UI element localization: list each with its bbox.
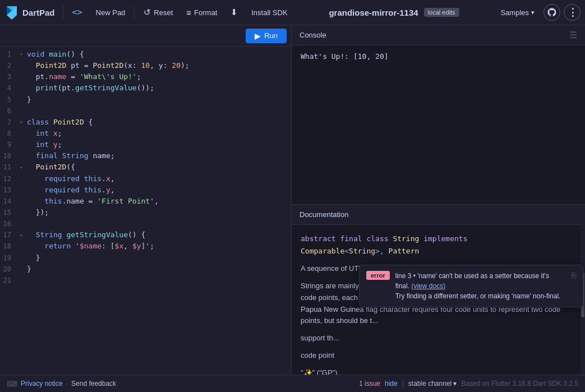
toolbar-center: grandiose-mirror-1134 local edits [296,8,493,17]
copy-icon[interactable]: ⎘ [572,271,576,280]
download-button[interactable]: ⬇ [225,3,243,21]
download-icon: ⬇ [231,7,238,17]
code-line-5: 5 } [0,94,291,105]
editor-toolbar: ▶ Run [0,25,291,47]
doc-paragraph-5: "✨" ("GP") [301,367,576,375]
privacy-notice-link[interactable]: Privacy notice [21,380,63,388]
console-panel: Console ☰ What's Up!: [10, 20] [292,25,585,205]
code-line-3: 3 pt.name = 'What\'s Up!'; [0,71,291,82]
reset-icon: ↺ [144,7,151,17]
chevron-down-icon: ▾ [531,9,535,16]
editor-panel: ▶ Run 1 ▾ void main() { 2 Point2D pt = P… [0,25,292,375]
github-icon [547,7,557,17]
issue-count: 1 issue [359,380,380,388]
project-name: grandiose-mirror-1134 [329,8,418,17]
install-sdk-label: Install SDK [251,8,287,17]
doc-title: Documentation [300,210,348,219]
code-icon: <> [72,7,82,17]
doc-paragraph-3: support th... [301,333,576,344]
console-text: What's Up!: [10, 20] [301,52,389,61]
toolbar: DartPad <> New Pad ↺ Reset ≡ Format ⬇ In… [0,0,585,25]
hide-link[interactable]: hide [385,380,398,388]
console-menu-icon[interactable]: ☰ [569,30,577,40]
code-line-8: 8 int x; [0,128,291,139]
run-label: Run [264,31,278,40]
more-options-button[interactable]: ⋮ [564,4,581,21]
error-badge: error [366,271,390,280]
console-header: Console ☰ [292,25,585,45]
code-line-7: 7 ▾ class Point2D { [0,117,291,128]
code-line-13: 13 required this.y, [0,185,291,196]
divider-1 [63,6,63,19]
code-line-16: 16 [0,218,291,229]
bottom-right: 1 issue hide | stable channel ▾ Based on… [359,380,578,388]
code-line-6: 6 [0,105,291,117]
code-line-11: 11 ▾ Point2D({ [0,162,291,173]
code-line-18: 18 return '$name: [$x, $y]'; [0,241,291,252]
channel-label: stable channel [408,380,452,388]
bottom-separator-2: | [402,380,404,388]
dartpad-logo-icon [4,5,19,20]
samples-button[interactable]: Samples ▾ [495,3,540,21]
new-pad-label: New Pad [96,8,126,17]
reset-label: Reset [154,8,173,17]
new-pad-button[interactable]: New Pad [90,3,131,21]
format-icon: ≡ [186,8,191,17]
bottom-bar: ⌨ Privacy notice · Send feedback 1 issue… [0,375,585,392]
channel-chevron-icon: ▾ [453,380,457,388]
error-suggestion: Try finding a different setter, or makin… [395,292,561,300]
run-button[interactable]: ▶ Run [246,29,287,43]
code-line-15: 15 }); [0,207,291,218]
code-line-9: 9 int y; [0,139,291,150]
bottom-separator: · [66,380,68,388]
local-edits-badge: local edits [424,8,459,17]
right-panel: Console ☰ What's Up!: [10, 20] Documenta… [292,25,585,375]
error-tooltip: error line 3 • 'name' can't be used as a… [359,265,583,307]
code-line-2: 2 Point2D pt = Point2D(x: 10, y: 20); [0,60,291,71]
error-message: line 3 • 'name' can't be used as a sette… [395,271,563,301]
view-docs-link[interactable]: (view docs) [411,282,445,290]
github-button[interactable] [543,4,560,21]
code-line-19: 19 } [0,252,291,264]
code-line-10: 10 final String name; [0,150,291,162]
send-feedback-link[interactable]: Send feedback [71,380,116,388]
install-sdk-button[interactable]: Install SDK [246,3,293,21]
code-line-4: 4 print(pt.getStringValue()); [0,82,291,94]
code-icon-button[interactable]: <> [67,3,88,21]
code-line-12: 12 required this.x, [0,173,291,185]
stable-channel-button[interactable]: stable channel ▾ [408,380,457,388]
play-icon: ▶ [255,31,261,40]
logo-text: DartPad [22,8,55,17]
divider-2 [134,6,135,19]
sdk-info: Based on Flutter 3.16.8 Dart SDK 3.2.5 [461,380,578,388]
doc-paragraph-4: code point [301,350,576,362]
toolbar-right: Samples ▾ ⋮ [495,3,581,21]
logo: DartPad [4,5,55,20]
console-title: Console [300,31,326,39]
reset-button[interactable]: ↺ Reset [138,3,178,21]
code-line-17: 17 ▾ String getStringValue() { [0,229,291,241]
code-line-21: 21 [0,275,291,286]
console-output: What's Up!: [10, 20] [292,45,585,204]
format-label: Format [194,8,217,17]
keyboard-icon[interactable]: ⌨ [7,380,17,388]
code-line-1: 1 ▾ void main() { [0,49,291,60]
main-area: ▶ Run 1 ▾ void main() { 2 Point2D pt = P… [0,25,585,375]
samples-label: Samples [500,8,529,17]
more-icon: ⋮ [568,6,577,19]
doc-header: Documentation [292,205,585,225]
code-line-20: 20 } [0,264,291,275]
doc-code-header: abstract final class String implements C… [301,233,576,257]
format-button[interactable]: ≡ Format [181,3,223,21]
bottom-left: ⌨ Privacy notice · Send feedback [7,380,116,388]
code-line-14: 14 this.name = 'First Point', [0,196,291,207]
documentation-panel: Documentation abstract final class Strin… [292,205,585,375]
code-editor[interactable]: 1 ▾ void main() { 2 Point2D pt = Point2D… [0,47,291,375]
